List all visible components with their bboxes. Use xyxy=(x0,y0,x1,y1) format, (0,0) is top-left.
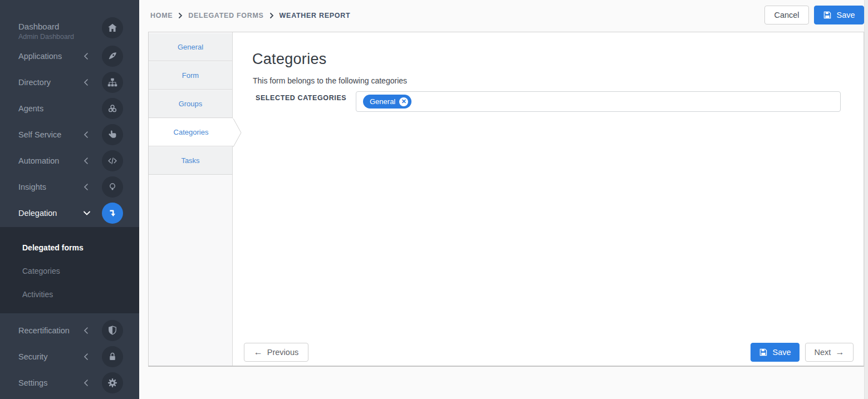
chevron-left-icon xyxy=(83,52,89,60)
sitemap-icon-button[interactable] xyxy=(102,72,123,93)
tab-label: Groups xyxy=(179,100,203,108)
lightbulb-icon-button[interactable] xyxy=(102,176,123,198)
chevron-left-icon xyxy=(83,157,89,165)
sidebar-item-dashboard[interactable]: Dashboard Admin Dashboard xyxy=(0,15,139,41)
selected-categories-input[interactable]: General ✕ xyxy=(356,91,841,112)
shield-icon-button[interactable] xyxy=(102,320,123,341)
breadcrumb-home[interactable]: HOME xyxy=(150,12,173,19)
submenu-item-label: Activities xyxy=(22,290,53,299)
tab-label: Form xyxy=(182,71,199,80)
gear-icon-button[interactable] xyxy=(102,372,123,393)
breadcrumb: HOME DELEGATED FORMS WEATHER REPORT xyxy=(150,11,350,20)
chevron-left-icon xyxy=(83,379,89,387)
home-icon xyxy=(106,22,119,34)
code-icon-button[interactable] xyxy=(102,150,123,171)
arrow-right-icon: → xyxy=(835,348,844,357)
chevron-left-icon xyxy=(83,131,89,139)
chip-remove-icon[interactable]: ✕ xyxy=(399,97,408,106)
sidebar-item-applications[interactable]: Applications xyxy=(0,43,139,69)
home-icon-button[interactable] xyxy=(102,17,123,38)
sidebar-item-insights[interactable]: Insights xyxy=(0,174,139,200)
chevron-right-icon xyxy=(269,13,274,18)
submenu-item-label: Categories xyxy=(22,267,60,275)
rocket-icon-button[interactable] xyxy=(102,46,123,67)
save-button-top[interactable]: Save xyxy=(814,6,864,24)
sidebar-item-settings[interactable]: Settings xyxy=(0,370,139,396)
sidebar-item-label: Directory xyxy=(18,78,51,87)
page-scrollbar[interactable] xyxy=(864,0,868,399)
vertical-tab-column: General Form Groups Categories Tasks xyxy=(149,32,233,366)
sidebar-item-sublabel: Admin Dashboard xyxy=(18,33,74,41)
chevron-left-icon xyxy=(83,78,89,86)
breadcrumb-delegated-forms[interactable]: DELEGATED FORMS xyxy=(188,12,263,19)
chevron-left-icon xyxy=(83,327,89,334)
sidebar-item-label: Settings xyxy=(18,378,47,387)
previous-button[interactable]: ← Previous xyxy=(244,343,308,362)
sidebar-item-recertification[interactable]: Recertification xyxy=(0,318,139,343)
gear-icon xyxy=(106,377,119,389)
lock-icon-button[interactable] xyxy=(102,346,123,367)
lightbulb-icon xyxy=(106,181,119,193)
arrow-left-icon: ← xyxy=(254,348,263,357)
hand-pointer-icon-button[interactable] xyxy=(102,124,123,145)
save-button-bottom[interactable]: Save xyxy=(751,343,800,362)
code-icon xyxy=(106,155,119,167)
rocket-icon xyxy=(106,50,119,62)
level-down-icon xyxy=(106,207,119,219)
tab-label: General xyxy=(178,43,203,51)
agents-icon-button[interactable] xyxy=(102,98,123,119)
submenu-item-activities[interactable]: Activities xyxy=(22,286,53,303)
chevron-right-icon xyxy=(178,13,183,18)
level-down-icon-button[interactable] xyxy=(102,203,123,224)
sidebar-item-directory[interactable]: Directory xyxy=(0,70,139,95)
tab-categories[interactable]: Categories xyxy=(149,119,233,146)
sidebar-item-label: Delegation xyxy=(18,209,57,218)
tab-tasks[interactable]: Tasks xyxy=(149,147,232,175)
sidebar-item-delegation[interactable]: Delegation xyxy=(0,200,139,226)
category-chip[interactable]: General ✕ xyxy=(363,95,411,109)
save-button-label: Save xyxy=(836,11,855,19)
submenu-item-categories[interactable]: Categories xyxy=(22,263,60,279)
page-title: Categories xyxy=(252,51,327,68)
chevron-left-icon xyxy=(83,353,89,361)
cancel-button[interactable]: Cancel xyxy=(764,6,809,24)
tab-label: Tasks xyxy=(181,156,199,165)
hand-pointer-icon xyxy=(106,129,119,141)
chevron-down-icon xyxy=(83,210,91,216)
page-description: This form belongs to the following categ… xyxy=(253,76,407,85)
sidebar-item-label: Recertification xyxy=(18,326,70,335)
lock-icon xyxy=(106,351,119,363)
category-chip-label: General xyxy=(370,97,395,106)
breadcrumb-current-page: WEATHER REPORT xyxy=(279,12,351,19)
floppy-disk-icon xyxy=(823,11,832,19)
shield-icon xyxy=(106,324,119,337)
submenu-item-label: Delegated forms xyxy=(22,243,84,252)
next-button[interactable]: Next → xyxy=(805,343,854,362)
sidebar-item-automation[interactable]: Automation xyxy=(0,148,139,174)
delegation-submenu: Delegated forms Categories Activities xyxy=(0,227,139,313)
tab-groups[interactable]: Groups xyxy=(149,90,232,118)
sidebar-item-agents[interactable]: Agents xyxy=(0,96,139,121)
sidebar-item-label: Applications xyxy=(18,52,62,61)
sidebar-item-self-service[interactable]: Self Service xyxy=(0,122,139,147)
tab-label: Categories xyxy=(174,128,209,136)
sidebar-item-label: Dashboard xyxy=(18,22,59,31)
sidebar-item-security[interactable]: Security xyxy=(0,344,139,370)
form-editor-card: General Form Groups Categories Tasks Cat… xyxy=(148,32,864,367)
floppy-disk-icon xyxy=(759,348,768,357)
app-window: Dashboard Admin Dashboard Applications xyxy=(0,0,868,399)
save-button-label: Save xyxy=(772,348,791,357)
tab-general[interactable]: General xyxy=(149,33,232,61)
cancel-button-label: Cancel xyxy=(774,11,799,19)
sidebar: Dashboard Admin Dashboard Applications xyxy=(0,0,139,399)
chevron-left-icon xyxy=(83,183,89,191)
submenu-item-delegated-forms[interactable]: Delegated forms xyxy=(22,239,84,256)
next-button-label: Next xyxy=(815,348,831,357)
tab-form[interactable]: Form xyxy=(149,62,232,90)
selected-categories-label: SELECTED CATEGORIES xyxy=(256,94,346,102)
sidebar-item-label: Automation xyxy=(18,156,59,165)
sidebar-item-label: Insights xyxy=(18,183,46,191)
agents-icon xyxy=(106,102,119,115)
sidebar-item-label: Agents xyxy=(18,104,43,113)
active-tab-arrow xyxy=(233,119,242,147)
